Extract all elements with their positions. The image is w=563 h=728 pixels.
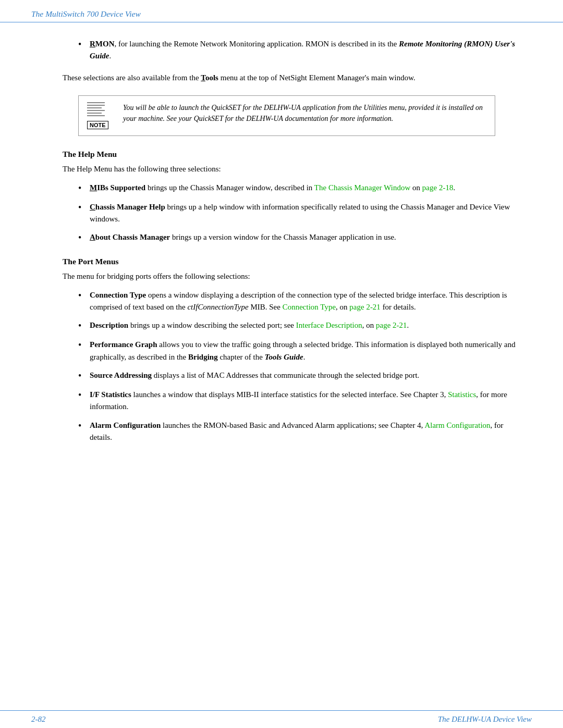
page-container: The MultiSwitch 700 Device View • RMON, … [0, 0, 563, 728]
note-icon-line6 [87, 115, 105, 117]
header-title: The MultiSwitch 700 Device View [31, 9, 141, 19]
port-menus-bullets: • Connection Type opens a window display… [63, 289, 516, 443]
if-statistics-item: • I/F Statistics launches a window that … [63, 389, 516, 413]
note-icon-line5 [87, 113, 102, 114]
help-menu-intro: The Help Menu has the following three se… [63, 163, 516, 175]
performance-graph-text: Performance Graph allows you to view the… [90, 339, 516, 363]
alarm-configuration-item: • Alarm Configuration launches the RMON-… [63, 419, 516, 444]
description-item: • Description brings up a window describ… [63, 319, 516, 332]
bullet-dot-1: • [78, 182, 88, 195]
if-statistics-text: I/F Statistics launches a window that di… [90, 389, 516, 413]
note-box: NOTE You will be able to launch the Quic… [78, 95, 495, 137]
connection-type-item: • Connection Type opens a window display… [63, 289, 516, 314]
rmon-term-rest: MON [95, 40, 115, 48]
source-addressing-term: Source Addressing [90, 371, 152, 379]
alarm-configuration-text: Alarm Configuration launches the RMON-ba… [90, 419, 516, 444]
chassis-manager-help-text: Chassis Manager Help brings up a help wi… [90, 201, 516, 226]
chassis-underline: C [90, 203, 95, 211]
statistics-link[interactable]: Statistics [448, 390, 476, 399]
tools-term: ools [205, 73, 218, 82]
note-lines-icon [87, 102, 105, 117]
rmon-text2: . [109, 52, 112, 60]
mibs-underline: M [90, 183, 97, 192]
rmon-bullet-section: • RMON, for launching the Remote Network… [63, 38, 516, 63]
port-menus-intro: The menu for bridging ports offers the f… [63, 270, 516, 282]
bullet-dot-5: • [78, 319, 88, 332]
about-underline: A [90, 233, 95, 241]
note-label: NOTE [87, 121, 108, 129]
chassis-help-term: Chassis Manager Help [90, 203, 165, 211]
interface-description-link[interactable]: Interface Description [296, 321, 362, 329]
alarm-configuration-link[interactable]: Alarm Configuration [424, 421, 490, 429]
footer-right: The DELHW-UA Device View [438, 715, 532, 724]
help-menu-heading: The Help Menu [63, 150, 516, 159]
note-text: You will be able to launch the QuickSET … [123, 102, 486, 124]
rmon-text1: , for launching the Remote Network Monit… [115, 40, 399, 48]
performance-graph-term: Performance Graph [90, 340, 157, 349]
bullet-dot-7: • [78, 369, 88, 382]
interface-description-page-link[interactable]: page 2-21 [376, 321, 407, 329]
about-chassis-term: About Chassis Manager [90, 233, 170, 241]
note-icon-line2 [87, 105, 105, 106]
performance-graph-item: • Performance Graph allows you to view t… [63, 339, 516, 363]
note-icon-line1 [87, 102, 105, 104]
intro-paragraph: These selections are also available from… [63, 72, 516, 84]
bridging-term: Bridging [188, 353, 218, 361]
content-area: • RMON, for launching the Remote Network… [0, 22, 563, 468]
note-icon-line4 [87, 110, 105, 112]
ctif-term: ctIfConnectionType [187, 303, 248, 311]
description-text: Description brings up a window describin… [90, 319, 516, 331]
rmon-bullet-text: RMON, for launching the Remote Network M… [90, 38, 516, 63]
about-chassis-text: About Chassis Manager brings up a versio… [90, 231, 516, 243]
connection-type-text: Connection Type opens a window displayin… [90, 289, 516, 314]
note-icon-wrapper: NOTE [87, 102, 116, 130]
help-menu-bullets: • MIBs Supported brings up the Chassis M… [63, 182, 516, 245]
note-icon-line3 [87, 107, 102, 109]
tools-underline: T [201, 73, 205, 82]
source-addressing-text: Source Addressing displays a list of MAC… [90, 369, 516, 381]
port-menus-heading: The Port Menus [63, 257, 516, 266]
bullet-dot-2: • [78, 201, 88, 214]
footer-bar: 2-82 The DELHW-UA Device View [0, 710, 563, 728]
if-statistics-term: I/F Statistics [90, 390, 131, 399]
mibs-term: MIBs Supported [90, 183, 145, 192]
mibs-supported-text: MIBs Supported brings up the Chassis Man… [90, 182, 516, 194]
connection-type-page-link[interactable]: page 2-21 [349, 303, 381, 311]
bullet-dot-8: • [78, 389, 88, 402]
connection-type-term: Connection Type [90, 291, 146, 299]
bullet-dot: • [78, 38, 88, 51]
bullet-dot-9: • [78, 419, 88, 433]
chassis-manager-link[interactable]: The Chassis Manager Window [314, 183, 411, 192]
about-chassis-item: • About Chassis Manager brings up a vers… [63, 231, 516, 244]
tools-guide-term: Tools Guide [265, 353, 303, 361]
footer-left: 2-82 [31, 715, 46, 724]
chassis-manager-page-link[interactable]: page 2-18 [422, 183, 454, 192]
bullet-dot-6: • [78, 339, 88, 352]
rmon-bullet-item: • RMON, for launching the Remote Network… [63, 38, 516, 63]
bullet-dot-3: • [78, 231, 88, 244]
rmon-term: R [90, 40, 95, 48]
connection-type-link[interactable]: Connection Type [283, 303, 336, 311]
chassis-manager-help-item: • Chassis Manager Help brings up a help … [63, 201, 516, 226]
alarm-configuration-term: Alarm Configuration [90, 421, 161, 429]
description-term: Description [90, 321, 128, 329]
mibs-supported-item: • MIBs Supported brings up the Chassis M… [63, 182, 516, 195]
bullet-dot-4: • [78, 289, 88, 302]
source-addressing-item: • Source Addressing displays a list of M… [63, 369, 516, 382]
header-bar: The MultiSwitch 700 Device View [0, 0, 563, 22]
